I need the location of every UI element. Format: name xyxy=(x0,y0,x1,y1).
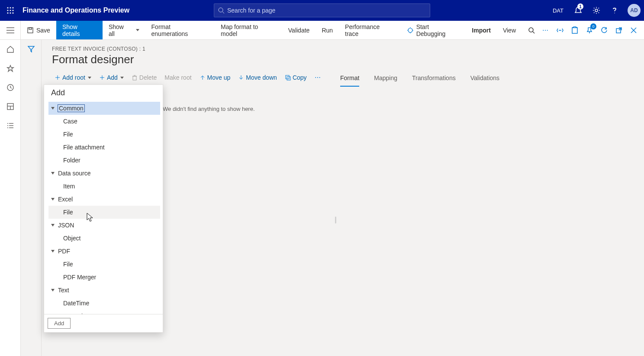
svg-point-0 xyxy=(7,7,8,8)
add-group-label: JSON xyxy=(58,222,74,229)
add-item-label: File attachment xyxy=(63,144,105,151)
global-search[interactable] xyxy=(214,3,430,17)
add-group-text[interactable]: Text xyxy=(48,284,160,297)
filter-icon[interactable] xyxy=(27,45,35,356)
command-search-button[interactable] xyxy=(522,21,541,39)
svg-point-1 xyxy=(10,7,11,8)
svg-rect-17 xyxy=(29,28,32,29)
more-button[interactable]: ⋯ xyxy=(541,26,550,35)
add-item-file-attachment[interactable]: File attachment xyxy=(48,141,160,154)
svg-line-24 xyxy=(533,32,535,33)
pin-icon[interactable]: 0 xyxy=(585,26,594,35)
add-root-button[interactable]: Add root xyxy=(55,74,91,81)
add-item-numeric[interactable]: Numeric xyxy=(48,310,160,314)
add-group-excel[interactable]: Excel xyxy=(48,193,160,206)
top-bar: Finance and Operations Preview DAT 1 AD xyxy=(0,0,644,21)
svg-point-7 xyxy=(10,12,11,13)
add-item-file[interactable]: File xyxy=(48,128,160,141)
notifications-button[interactable]: 1 xyxy=(570,0,586,21)
svg-line-10 xyxy=(222,12,224,13)
start-debugging-button[interactable]: Start Debugging xyxy=(401,21,466,39)
search-input[interactable] xyxy=(227,7,426,14)
tab-validations[interactable]: Validations xyxy=(470,74,499,87)
add-group-label: Excel xyxy=(58,196,73,203)
show-details-button[interactable]: Show details xyxy=(56,21,103,39)
add-panel-tree[interactable]: CommonCaseFileFile attachmentFolderData … xyxy=(48,102,160,314)
splitter-handle[interactable] xyxy=(335,217,336,223)
workspaces-icon[interactable] xyxy=(5,101,16,112)
svg-point-4 xyxy=(10,10,11,11)
notifications-badge: 1 xyxy=(577,3,583,10)
caret-icon xyxy=(51,289,55,291)
make-root-button: Make root xyxy=(164,74,191,81)
designer-tabs: Format Mapping Transformations Validatio… xyxy=(340,74,499,87)
page-title: Format designer xyxy=(52,53,644,66)
svg-point-2 xyxy=(12,7,13,8)
breadcrumb: FREE TEXT INVOICE (CONTOSO) : 1 xyxy=(52,46,644,52)
add-item-case[interactable]: Case xyxy=(48,115,160,128)
nav-rail xyxy=(0,40,21,356)
import-button[interactable]: Import xyxy=(466,21,497,39)
top-right-group: DAT 1 AD xyxy=(553,0,641,21)
add-item-label: File xyxy=(63,131,73,138)
user-avatar[interactable]: AD xyxy=(628,4,641,17)
add-item-label: File xyxy=(63,261,73,268)
svg-rect-47 xyxy=(286,75,289,79)
more-toolbar-button[interactable]: ⋯ xyxy=(315,74,322,81)
delete-button: Delete xyxy=(132,74,157,81)
add-group-json[interactable]: JSON xyxy=(48,219,160,232)
company-code[interactable]: DAT xyxy=(553,7,564,14)
svg-point-23 xyxy=(529,28,533,32)
add-item-label: File xyxy=(63,209,73,216)
link-icon[interactable] xyxy=(556,26,564,35)
caret-icon xyxy=(51,172,55,175)
recent-icon[interactable] xyxy=(5,82,16,93)
svg-marker-29 xyxy=(7,65,13,71)
close-button[interactable] xyxy=(629,26,638,35)
help-button[interactable] xyxy=(607,0,622,21)
add-group-common[interactable]: Common xyxy=(48,102,160,115)
svg-point-9 xyxy=(219,8,223,12)
tab-transformations[interactable]: Transformations xyxy=(412,74,456,87)
modules-icon[interactable] xyxy=(5,120,16,131)
home-icon[interactable] xyxy=(5,44,16,55)
search-icon xyxy=(218,7,225,14)
hamburger-button[interactable] xyxy=(0,21,21,40)
popout-button[interactable] xyxy=(615,26,623,35)
refresh-button[interactable] xyxy=(600,26,609,35)
format-enumerations-button[interactable]: Format enumerations xyxy=(145,21,215,39)
view-button[interactable]: View xyxy=(497,21,522,39)
add-group-data-source[interactable]: Data source xyxy=(48,167,160,180)
add-item-label: Case xyxy=(63,118,77,125)
add-group-label: Data source xyxy=(58,170,90,177)
settings-button[interactable] xyxy=(589,0,604,21)
show-all-button[interactable]: Show all xyxy=(103,21,145,39)
favorites-icon[interactable] xyxy=(5,63,16,74)
add-confirm-button[interactable]: Add xyxy=(48,318,71,329)
package-icon[interactable] xyxy=(570,26,579,35)
add-item-pdf-merger[interactable]: PDF Merger xyxy=(48,271,160,284)
tab-format[interactable]: Format xyxy=(340,74,359,87)
add-item-item[interactable]: Item xyxy=(48,180,160,193)
caret-icon xyxy=(51,250,55,252)
map-format-button[interactable]: Map format to model xyxy=(215,21,282,39)
svg-rect-48 xyxy=(287,77,290,80)
app-launcher-button[interactable] xyxy=(3,3,17,17)
add-item-file[interactable]: File xyxy=(48,206,160,219)
move-down-button[interactable]: Move down xyxy=(238,74,277,81)
run-button[interactable]: Run xyxy=(316,21,339,39)
validate-button[interactable]: Validate xyxy=(282,21,316,39)
add-item-file[interactable]: File xyxy=(48,258,160,271)
add-group-label: PDF xyxy=(58,248,70,255)
move-up-button[interactable]: Move up xyxy=(200,74,231,81)
add-item-folder[interactable]: Folder xyxy=(48,154,160,167)
performance-trace-button[interactable]: Performance trace xyxy=(339,21,401,39)
add-item-datetime[interactable]: DateTime xyxy=(48,297,160,310)
copy-button[interactable]: Copy xyxy=(285,74,307,81)
add-group-pdf[interactable]: PDF xyxy=(48,245,160,258)
add-button[interactable]: Add xyxy=(99,74,124,81)
empty-state-message: We didn't find anything to show here. xyxy=(163,106,255,112)
save-button[interactable]: Save xyxy=(21,21,56,39)
tab-mapping[interactable]: Mapping xyxy=(374,74,397,87)
add-item-object[interactable]: Object xyxy=(48,232,160,245)
